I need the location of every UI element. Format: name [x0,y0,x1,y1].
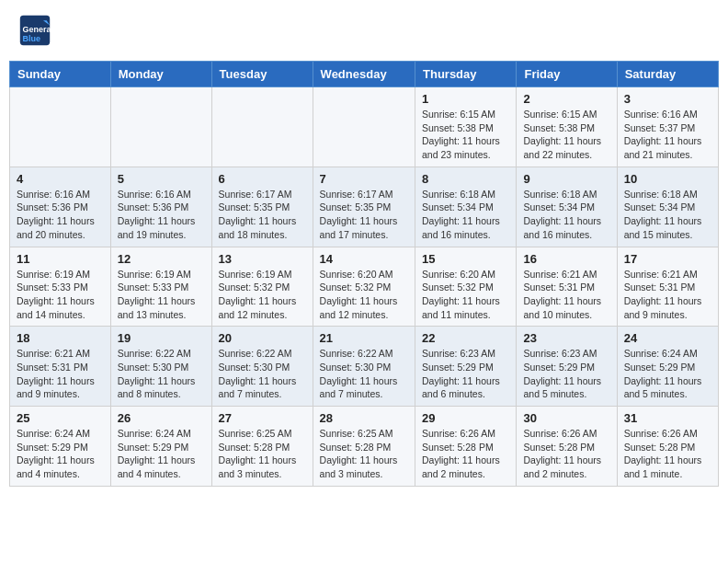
day-number: 6 [219,172,306,186]
day-cell-content: Sunrise: 6:26 AM Sunset: 5:28 PM Dayligh… [624,427,711,481]
day-number: 3 [624,92,711,106]
day-cell-content: Sunrise: 6:21 AM Sunset: 5:31 PM Dayligh… [17,347,104,401]
day-cell-content: Sunrise: 6:22 AM Sunset: 5:30 PM Dayligh… [320,347,408,401]
day-cell-content: Sunrise: 6:19 AM Sunset: 5:33 PM Dayligh… [17,268,104,322]
calendar-cell: 4Sunrise: 6:16 AM Sunset: 5:36 PM Daylig… [10,167,111,247]
calendar-cell: 30Sunrise: 6:26 AM Sunset: 5:28 PM Dayli… [517,407,617,487]
day-cell-content: Sunrise: 6:20 AM Sunset: 5:32 PM Dayligh… [320,268,408,322]
day-cell-content: Sunrise: 6:21 AM Sunset: 5:31 PM Dayligh… [624,268,711,322]
day-cell-content: Sunrise: 6:26 AM Sunset: 5:28 PM Dayligh… [523,427,609,481]
calendar-cell: 28Sunrise: 6:25 AM Sunset: 5:28 PM Dayli… [313,407,415,487]
day-cell-content: Sunrise: 6:22 AM Sunset: 5:30 PM Dayligh… [219,347,306,401]
day-cell-content: Sunrise: 6:18 AM Sunset: 5:34 PM Dayligh… [422,188,509,242]
day-number: 26 [118,411,205,425]
calendar-cell: 3Sunrise: 6:16 AM Sunset: 5:37 PM Daylig… [617,87,718,167]
day-cell-content: Sunrise: 6:17 AM Sunset: 5:35 PM Dayligh… [320,188,408,242]
calendar-cell: 7Sunrise: 6:17 AM Sunset: 5:35 PM Daylig… [313,167,415,247]
day-number: 27 [219,411,306,425]
page-header: General Blue [9,9,719,52]
calendar-cell: 25Sunrise: 6:24 AM Sunset: 5:29 PM Dayli… [10,407,111,487]
calendar-cell [110,87,211,167]
calendar-cell: 5Sunrise: 6:16 AM Sunset: 5:36 PM Daylig… [110,167,211,247]
calendar-cell: 12Sunrise: 6:19 AM Sunset: 5:33 PM Dayli… [110,247,211,327]
day-number: 22 [422,331,509,345]
day-number: 31 [624,411,711,425]
day-number: 4 [17,172,104,186]
day-number: 12 [118,252,205,266]
calendar-cell: 13Sunrise: 6:19 AM Sunset: 5:32 PM Dayli… [211,247,313,327]
calendar-cell: 9Sunrise: 6:18 AM Sunset: 5:34 PM Daylig… [517,167,617,247]
calendar-cell: 18Sunrise: 6:21 AM Sunset: 5:31 PM Dayli… [10,327,111,407]
day-cell-content: Sunrise: 6:16 AM Sunset: 5:37 PM Dayligh… [624,108,711,162]
calendar-cell: 19Sunrise: 6:22 AM Sunset: 5:30 PM Dayli… [110,327,211,407]
calendar-cell: 8Sunrise: 6:18 AM Sunset: 5:34 PM Daylig… [415,167,517,247]
day-number: 29 [422,411,509,425]
calendar-cell: 26Sunrise: 6:24 AM Sunset: 5:29 PM Dayli… [110,407,211,487]
day-cell-content: Sunrise: 6:26 AM Sunset: 5:28 PM Dayligh… [422,427,509,481]
day-number: 15 [422,252,509,266]
day-number: 23 [523,331,609,345]
weekday-header-tuesday: Tuesday [211,62,313,87]
svg-text:Blue: Blue [23,34,41,43]
day-cell-content: Sunrise: 6:21 AM Sunset: 5:31 PM Dayligh… [523,268,609,322]
calendar-cell: 21Sunrise: 6:22 AM Sunset: 5:30 PM Dayli… [313,327,415,407]
day-cell-content: Sunrise: 6:24 AM Sunset: 5:29 PM Dayligh… [17,427,104,481]
calendar-cell: 6Sunrise: 6:17 AM Sunset: 5:35 PM Daylig… [211,167,313,247]
day-cell-content: Sunrise: 6:24 AM Sunset: 5:29 PM Dayligh… [624,347,711,401]
day-number: 19 [118,331,205,345]
calendar-cell: 22Sunrise: 6:23 AM Sunset: 5:29 PM Dayli… [415,327,517,407]
calendar-cell: 24Sunrise: 6:24 AM Sunset: 5:29 PM Dayli… [617,327,718,407]
logo: General Blue [18,14,55,47]
weekday-header-wednesday: Wednesday [313,62,415,87]
day-number: 21 [320,331,408,345]
day-number: 25 [17,411,104,425]
calendar-cell: 10Sunrise: 6:18 AM Sunset: 5:34 PM Dayli… [617,167,718,247]
calendar-cell: 11Sunrise: 6:19 AM Sunset: 5:33 PM Dayli… [10,247,111,327]
calendar-cell: 16Sunrise: 6:21 AM Sunset: 5:31 PM Dayli… [517,247,617,327]
calendar-cell: 1Sunrise: 6:15 AM Sunset: 5:38 PM Daylig… [415,87,517,167]
day-number: 14 [320,252,408,266]
day-number: 2 [523,92,609,106]
svg-text:General: General [23,25,52,34]
day-cell-content: Sunrise: 6:22 AM Sunset: 5:30 PM Dayligh… [118,347,205,401]
day-number: 7 [320,172,408,186]
weekday-header-thursday: Thursday [415,62,517,87]
calendar-table: SundayMondayTuesdayWednesdayThursdayFrid… [9,61,719,487]
day-cell-content: Sunrise: 6:15 AM Sunset: 5:38 PM Dayligh… [523,108,609,162]
weekday-header-friday: Friday [517,62,617,87]
calendar-cell: 29Sunrise: 6:26 AM Sunset: 5:28 PM Dayli… [415,407,517,487]
day-cell-content: Sunrise: 6:20 AM Sunset: 5:32 PM Dayligh… [422,268,509,322]
day-number: 1 [422,92,509,106]
calendar-cell: 31Sunrise: 6:26 AM Sunset: 5:28 PM Dayli… [617,407,718,487]
day-number: 8 [422,172,509,186]
day-number: 18 [17,331,104,345]
day-cell-content: Sunrise: 6:16 AM Sunset: 5:36 PM Dayligh… [118,188,205,242]
calendar-cell: 20Sunrise: 6:22 AM Sunset: 5:30 PM Dayli… [211,327,313,407]
calendar-cell: 27Sunrise: 6:25 AM Sunset: 5:28 PM Dayli… [211,407,313,487]
day-number: 5 [118,172,205,186]
day-cell-content: Sunrise: 6:25 AM Sunset: 5:28 PM Dayligh… [219,427,306,481]
calendar-week-row: 1Sunrise: 6:15 AM Sunset: 5:38 PM Daylig… [10,87,719,167]
calendar-cell [313,87,415,167]
day-cell-content: Sunrise: 6:19 AM Sunset: 5:33 PM Dayligh… [118,268,205,322]
day-number: 11 [17,252,104,266]
day-cell-content: Sunrise: 6:18 AM Sunset: 5:34 PM Dayligh… [523,188,609,242]
day-number: 13 [219,252,306,266]
day-number: 17 [624,252,711,266]
calendar-cell [10,87,111,167]
calendar-header-row: SundayMondayTuesdayWednesdayThursdayFrid… [10,62,719,87]
day-cell-content: Sunrise: 6:23 AM Sunset: 5:29 PM Dayligh… [422,347,509,401]
weekday-header-sunday: Sunday [10,62,111,87]
calendar-week-row: 18Sunrise: 6:21 AM Sunset: 5:31 PM Dayli… [10,327,719,407]
day-cell-content: Sunrise: 6:16 AM Sunset: 5:36 PM Dayligh… [17,188,104,242]
calendar-cell [211,87,313,167]
calendar-cell: 15Sunrise: 6:20 AM Sunset: 5:32 PM Dayli… [415,247,517,327]
day-cell-content: Sunrise: 6:18 AM Sunset: 5:34 PM Dayligh… [624,188,711,242]
calendar-cell: 2Sunrise: 6:15 AM Sunset: 5:38 PM Daylig… [517,87,617,167]
day-number: 16 [523,252,609,266]
calendar-cell: 23Sunrise: 6:23 AM Sunset: 5:29 PM Dayli… [517,327,617,407]
day-cell-content: Sunrise: 6:15 AM Sunset: 5:38 PM Dayligh… [422,108,509,162]
calendar-cell: 17Sunrise: 6:21 AM Sunset: 5:31 PM Dayli… [617,247,718,327]
day-cell-content: Sunrise: 6:24 AM Sunset: 5:29 PM Dayligh… [118,427,205,481]
calendar-week-row: 11Sunrise: 6:19 AM Sunset: 5:33 PM Dayli… [10,247,719,327]
